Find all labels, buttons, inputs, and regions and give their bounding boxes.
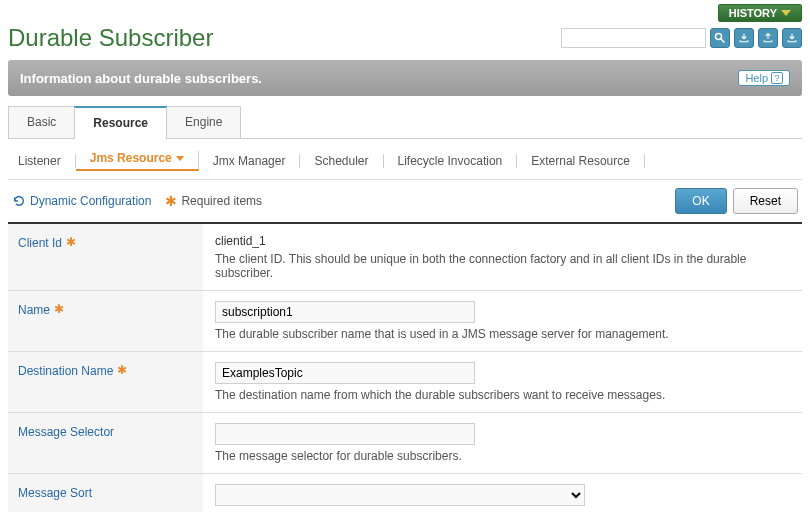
label-name: Name ✱ (8, 291, 203, 351)
tab-listener[interactable]: Listener (18, 154, 76, 168)
import-xml-icon (786, 32, 798, 44)
tab-basic[interactable]: Basic (8, 106, 75, 138)
row-destination-name: Destination Name ✱ The destination name … (8, 352, 802, 413)
search-input[interactable] (561, 28, 706, 48)
primary-tabs: Basic Resource Engine (8, 106, 802, 139)
value-client-id: clientid_1 (215, 234, 790, 248)
desc-name: The durable subscriber name that is used… (215, 327, 790, 341)
required-star-icon: ✱ (54, 303, 64, 315)
tab-scheduler[interactable]: Scheduler (300, 154, 383, 168)
row-client-id: Client Id ✱ clientid_1 The client ID. Th… (8, 224, 802, 291)
row-message-sort: Message Sort The message sorting to appl… (8, 474, 802, 512)
required-star-icon: ✱ (117, 364, 127, 376)
desc-destination-name: The destination name from which the dura… (215, 388, 790, 402)
export-xml-button[interactable] (758, 28, 778, 48)
search-area (561, 28, 802, 48)
tab-jms-resource[interactable]: Jms Resource (76, 151, 199, 171)
row-name: Name ✱ The durable subscriber name that … (8, 291, 802, 352)
tab-lifecycle-invocation[interactable]: Lifecycle Invocation (384, 154, 518, 168)
reset-button[interactable]: Reset (733, 188, 798, 214)
ok-button[interactable]: OK (675, 188, 726, 214)
import-button[interactable] (734, 28, 754, 48)
desc-message-selector: The message selector for durable subscri… (215, 449, 790, 463)
export-xml-icon (762, 32, 774, 44)
search-button[interactable] (710, 28, 730, 48)
select-message-sort[interactable] (215, 484, 585, 506)
history-label: HISTORY (729, 7, 777, 19)
required-star-icon: ✱ (66, 236, 76, 248)
tab-jms-resource-label: Jms Resource (90, 151, 172, 165)
input-name[interactable] (215, 301, 475, 323)
chevron-down-icon (176, 156, 184, 161)
info-bar: Information about durable subscribers. H… (8, 60, 802, 96)
svg-point-0 (716, 34, 722, 40)
import-xml-button[interactable] (782, 28, 802, 48)
label-client-id: Client Id ✱ (8, 224, 203, 290)
label-message-selector: Message Selector (8, 413, 203, 473)
page-title: Durable Subscriber (8, 24, 213, 52)
dynamic-configuration-link[interactable]: Dynamic Configuration (12, 194, 151, 208)
chevron-down-icon (781, 10, 791, 16)
form: Client Id ✱ clientid_1 The client ID. Th… (8, 222, 802, 512)
desc-client-id: The client ID. This should be unique in … (215, 252, 790, 280)
history-button[interactable]: HISTORY (718, 4, 802, 22)
tab-jmx-manager[interactable]: Jmx Manager (199, 154, 301, 168)
help-label: Help (745, 72, 768, 84)
tab-external-resource[interactable]: External Resource (517, 154, 645, 168)
row-message-selector: Message Selector The message selector fo… (8, 413, 802, 474)
input-message-selector[interactable] (215, 423, 475, 445)
help-button[interactable]: Help ? (738, 70, 790, 86)
svg-line-1 (721, 39, 725, 43)
search-icon (714, 32, 726, 44)
tab-resource[interactable]: Resource (74, 106, 167, 138)
required-items-label: Required items (181, 194, 262, 208)
import-icon (738, 32, 750, 44)
help-icon: ? (771, 72, 783, 84)
dynamic-configuration-label: Dynamic Configuration (30, 194, 151, 208)
label-destination-name: Destination Name ✱ (8, 352, 203, 412)
info-bar-text: Information about durable subscribers. (20, 71, 262, 86)
input-destination-name[interactable] (215, 362, 475, 384)
refresh-icon (12, 194, 26, 208)
label-message-sort: Message Sort (8, 474, 203, 512)
required-star-icon: ✱ (165, 193, 177, 209)
secondary-tabs: Listener Jms Resource Jmx Manager Schedu… (8, 139, 802, 180)
tab-engine[interactable]: Engine (166, 106, 241, 138)
toolbar: Dynamic Configuration ✱ Required items O… (8, 180, 802, 222)
required-items-legend: ✱ Required items (165, 193, 262, 209)
